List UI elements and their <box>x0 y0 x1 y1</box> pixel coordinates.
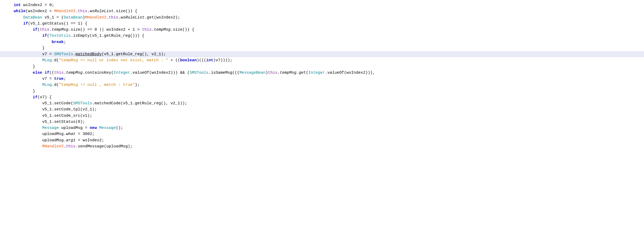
code-line: v7 = SMSTools.matchedBody(v5_1.getRule_r… <box>0 51 644 57</box>
code-text: else if((this.tempMsg.containsKey(Intege… <box>4 70 640 76</box>
code-text: MHandleV2.this.sendMessage(uploadMsg); <box>4 143 640 149</box>
code-text: DataBean v5_1 = (DataBean)MHandleV2.this… <box>4 15 640 21</box>
code-line: int wsIndex2 = 0; <box>0 2 644 8</box>
code-text: v5_1.setStatus(0); <box>4 119 640 125</box>
code-line: MLog.d("tempMsg != null , match : true")… <box>0 82 644 88</box>
code-line: else if((this.tempMsg.containsKey(Intege… <box>0 70 644 76</box>
code-line: uploadMsg.arg1 = wsIndex2; <box>0 137 644 143</box>
code-line: if(v7) { <box>0 94 644 100</box>
code-line: DataBean v5_1 = (DataBean)MHandleV2.this… <box>0 15 644 21</box>
code-text: if(v5_1.getStatus() == 1) { <box>4 21 640 27</box>
code-line: uploadMsg.what = 3002; <box>0 131 644 137</box>
code-line: v5_1.setCode(SMSTools.matchedCode(v5_1.g… <box>0 100 644 106</box>
code-text: v5_1.setCode(SMSTools.matchedCode(v5_1.g… <box>4 100 640 106</box>
code-line: if(this.tempMsg.size() == 0 || wsIndex2 … <box>0 27 644 33</box>
code-text: MLog.d("tempMsg == null or index not exi… <box>4 57 640 63</box>
code-text: Message uploadMsg = new Message(); <box>4 125 640 131</box>
code-line: v5_1.setCode_src(v1); <box>0 113 644 119</box>
code-line: v5_1.setStatus(0); <box>0 119 644 125</box>
code-text: } <box>4 45 640 51</box>
code-text: } <box>4 64 640 70</box>
code-line: if(TextUtils.isEmpty(v5_1.getRule_reg())… <box>0 33 644 39</box>
code-text: if(this.tempMsg.size() == 0 || wsIndex2 … <box>4 27 640 33</box>
code-line: MHandleV2.this.sendMessage(uploadMsg); <box>0 143 644 149</box>
code-text: v7 = true; <box>4 76 640 82</box>
code-text: if(v7) { <box>4 94 640 100</box>
code-text: while(wsIndex2 < MHandleV2.this.wsRuleLi… <box>4 8 640 14</box>
code-line: } <box>0 45 644 51</box>
code-text: if(TextUtils.isEmpty(v5_1.getRule_reg())… <box>4 33 640 39</box>
code-line: v7 = true; <box>0 76 644 82</box>
code-text: break; <box>4 39 640 45</box>
code-line: while(wsIndex2 < MHandleV2.this.wsRuleLi… <box>0 8 644 14</box>
code-text: uploadMsg.arg1 = wsIndex2; <box>4 137 640 143</box>
code-line: MLog.d("tempMsg == null or index not exi… <box>0 57 644 63</box>
code-line: if(v5_1.getStatus() == 1) { <box>0 21 644 27</box>
code-line: break; <box>0 39 644 45</box>
code-editor: int wsIndex2 = 0; while(wsIndex2 < MHand… <box>0 0 644 243</box>
code-text: MLog.d("tempMsg != null , match : true")… <box>4 82 640 88</box>
code-text: v7 = SMSTools.matchedBody(v5_1.getRule_r… <box>4 51 640 57</box>
code-line: Message uploadMsg = new Message(); <box>0 125 644 131</box>
code-text: v5_1.setCode_src(v1); <box>4 113 640 119</box>
code-text: int wsIndex2 = 0; <box>4 2 640 8</box>
code-text: v5_1.setCode_tpl(v2_1); <box>4 106 640 113</box>
code-text: uploadMsg.what = 3002; <box>4 131 640 137</box>
code-line: v5_1.setCode_tpl(v2_1); <box>0 106 644 113</box>
code-line: } <box>0 88 644 94</box>
code-text: } <box>4 88 640 94</box>
code-line: } <box>0 64 644 70</box>
